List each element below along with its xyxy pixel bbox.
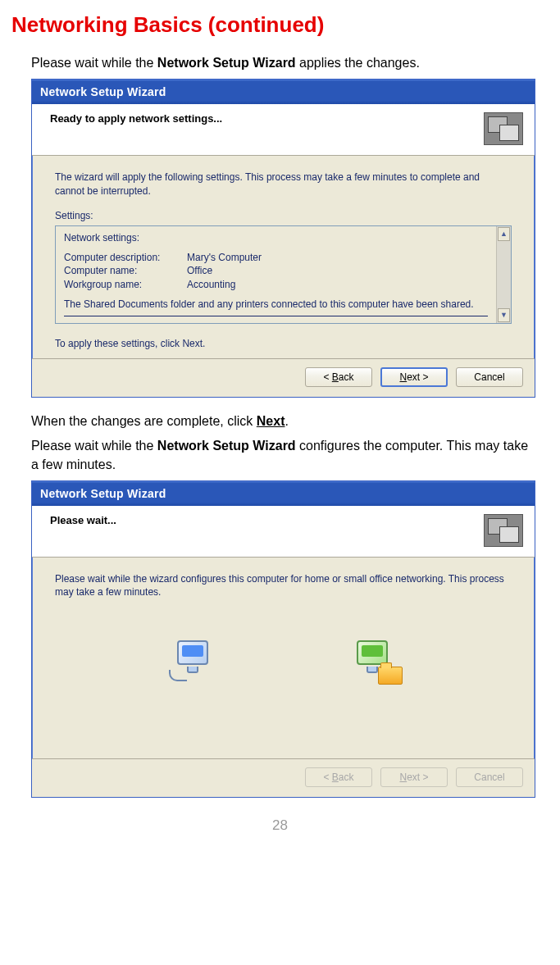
dialog-button-row: < Back Next > Cancel — [32, 358, 535, 397]
settings-key: Workgroup name: — [64, 278, 187, 291]
mid1-prefix: When the changes are complete, click — [31, 414, 257, 428]
intro-text: Please wait while the Network Setup Wiza… — [0, 54, 560, 79]
dialog-header-text: Ready to apply network settings... — [50, 112, 222, 125]
network-computers-icon — [484, 112, 523, 145]
dialog-body: Please wait while the wizard configures … — [32, 558, 535, 758]
dialog-para: Please wait while the wizard configures … — [55, 572, 512, 599]
dialog-title: Network Setup Wizard — [40, 85, 166, 98]
intro-bold: Network Setup Wizard — [157, 56, 296, 70]
next-post: ext > — [407, 772, 428, 783]
dialog-ready-apply: Network Setup Wizard Ready to apply netw… — [31, 79, 535, 398]
back-pre: < — [323, 772, 331, 783]
settings-value: Accounting — [187, 278, 235, 291]
scroll-up-button[interactable]: ▲ — [498, 227, 510, 241]
dialog-titlebar: Network Setup Wizard — [32, 481, 535, 506]
network-computers-icon — [484, 514, 523, 547]
mid1-bold: Next — [257, 414, 285, 428]
next-button[interactable]: Next > — [380, 367, 448, 387]
settings-note: The Shared Documents folder and any prin… — [64, 298, 488, 311]
settings-heading: Network settings: — [64, 231, 488, 244]
cancel-button: Cancel — [456, 767, 523, 787]
computer-icon — [169, 635, 218, 685]
dialog-header: Please wait... — [32, 506, 535, 558]
back-u: B — [332, 371, 339, 383]
cancel-button[interactable]: Cancel — [456, 367, 523, 387]
settings-key: Computer description: — [64, 251, 187, 264]
dialog-para: The wizard will apply the following sett… — [55, 171, 512, 197]
mid-text-1: When the changes are complete, click Nex… — [0, 412, 560, 437]
back-u: B — [332, 772, 339, 783]
dialog-please-wait: Network Setup Wizard Please wait... Plea… — [31, 480, 535, 797]
page-title: Networking Basics (continued) — [0, 8, 560, 54]
dialog-titlebar: Network Setup Wizard — [32, 80, 535, 104]
settings-scrollbar[interactable]: ▲ ▼ — [496, 226, 511, 323]
settings-divider — [64, 316, 488, 316]
settings-inner: Network settings: Computer description: … — [56, 226, 496, 323]
next-u: N — [399, 772, 407, 783]
settings-box: Network settings: Computer description: … — [55, 225, 512, 324]
back-pre: < — [323, 371, 331, 383]
apply-text: To apply these settings, click Next. — [55, 337, 512, 350]
scroll-down-button[interactable]: ▼ — [498, 308, 510, 322]
intro-suffix: applies the changes. — [296, 56, 420, 70]
page-number: 28 — [0, 817, 560, 834]
dialog-header-text: Please wait... — [50, 514, 116, 526]
settings-value: Mary's Computer — [187, 251, 262, 264]
dialog-button-row: < Back Next > Cancel — [32, 758, 535, 797]
back-button[interactable]: < Back — [305, 367, 372, 387]
next-post: ext > — [407, 371, 428, 383]
mid2-prefix: Please wait while the — [31, 439, 157, 453]
back-post: ack — [339, 371, 354, 383]
settings-row: Computer description: Mary's Computer — [64, 251, 488, 264]
settings-key: Computer name: — [64, 264, 187, 277]
dialog-title: Network Setup Wizard — [40, 487, 166, 500]
dialog-body: The wizard will apply the following sett… — [32, 156, 535, 358]
settings-row: Workgroup name: Accounting — [64, 278, 488, 291]
back-post: ack — [339, 772, 354, 783]
mid-text-2: Please wait while the Network Setup Wiza… — [0, 437, 560, 480]
back-button: < Back — [305, 767, 372, 787]
intro-prefix: Please wait while the — [31, 56, 157, 70]
wait-animation — [55, 611, 512, 750]
settings-value: Office — [187, 264, 212, 277]
settings-label: Settings: — [55, 209, 512, 222]
computer-folder-icon — [348, 635, 398, 685]
dialog-header: Ready to apply network settings... — [32, 104, 535, 156]
settings-row: Computer name: Office — [64, 264, 488, 277]
mid2-bold: Network Setup Wizard — [157, 439, 296, 453]
next-button: Next > — [380, 767, 448, 787]
mid1-suffix: . — [285, 414, 289, 428]
next-u: N — [399, 371, 407, 383]
